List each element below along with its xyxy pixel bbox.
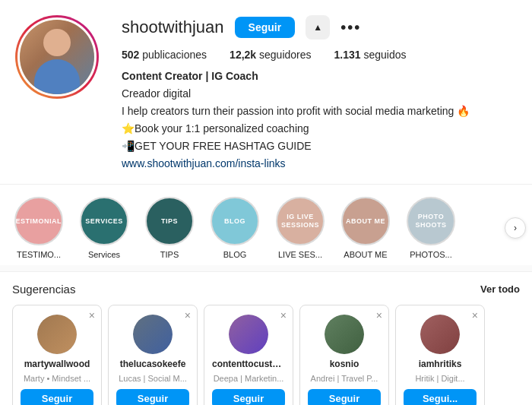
suggestion-desc-0: Marty • Mindset ...: [21, 374, 93, 383]
suggestions-title: Sugerencias: [12, 283, 75, 296]
highlight-circle-3: BLOG: [211, 197, 259, 245]
profile-info: shootwithjuan Seguir ▲ ••• 502 publicaci…: [122, 15, 517, 172]
highlight-item-1[interactable]: SERVICESServices: [78, 197, 131, 259]
highlight-circle-5: ABOUT ME: [341, 197, 390, 245]
stat-seguidos-value: 1.131: [334, 49, 361, 61]
suggestion-username-4: iamhritiks: [404, 359, 477, 369]
suggestion-card-2: ×contenttocusto...Deepa | Marketin...Seg…: [204, 305, 293, 405]
avatar-placeholder: [20, 20, 94, 94]
suggestion-card-1: ×thelucasokeefeLucas | Social M...Seguir: [108, 305, 198, 405]
chevron-up-button[interactable]: ▲: [306, 15, 330, 40]
avatar-wrapper: [15, 15, 99, 99]
suggestions-list: ×martywallwoodMarty • Mindset ...Seguir×…: [12, 305, 520, 405]
highlight-circle-1: SERVICES: [80, 197, 128, 245]
card-close-0[interactable]: ×: [89, 310, 95, 321]
bio-line-2: Creador digital: [122, 86, 517, 102]
highlights-next-button[interactable]: ›: [505, 217, 526, 239]
highlight-item-4[interactable]: IG LIVE SESSIONSLIVE SES...: [274, 197, 327, 259]
suggestions-section: Sugerencias Ver todo ×martywallwoodMarty…: [0, 271, 532, 405]
highlight-item-6[interactable]: PHOTO SHOOTSPHOTOS...: [404, 197, 458, 259]
suggestion-username-0: martywallwood: [21, 359, 93, 369]
suggestion-card-0: ×martywallwoodMarty • Mindset ...Seguir: [12, 305, 102, 405]
highlight-item-3[interactable]: BLOGBLOG: [208, 197, 261, 259]
suggestion-username-2: contenttocusto...: [212, 359, 285, 369]
suggestion-desc-4: Hritik | Digit...: [404, 374, 477, 383]
avatar-head: [43, 29, 71, 56]
bio-line-4: ⭐Book your 1:1 personalized coaching: [122, 121, 517, 137]
highlight-label-3: BLOG: [223, 250, 247, 259]
stats-row: 502 publicaciones 12,2k seguidores 1.131…: [122, 49, 517, 61]
profile-section: shootwithjuan Seguir ▲ ••• 502 publicaci…: [0, 0, 532, 184]
suggestion-avatar-1: [133, 315, 173, 354]
stat-publications: 502 publicaciones: [122, 49, 207, 61]
suggestion-desc-2: Deepa | Marketin...: [212, 374, 285, 383]
stat-seguidores-label: seguidores: [259, 49, 312, 61]
suggestion-username-3: kosnio: [308, 359, 381, 369]
suggestions-header: Sugerencias Ver todo: [12, 283, 520, 296]
stat-seguidos-label: seguidos: [363, 49, 406, 61]
highlight-label-5: ABOUT ME: [344, 250, 387, 259]
highlight-circle-6: PHOTO SHOOTS: [407, 197, 455, 245]
bio-line-1: Content Creator | IG Coach: [122, 68, 517, 84]
username: shootwithjuan: [122, 17, 224, 37]
highlight-label-0: TESTIMO...: [17, 250, 61, 259]
stat-publications-value: 502: [122, 49, 139, 61]
highlight-label-4: LIVE SES...: [278, 250, 322, 259]
highlight-label-1: Services: [88, 250, 120, 259]
follow-button[interactable]: Seguir: [235, 17, 296, 38]
stat-seguidores: 12,2k seguidores: [230, 49, 311, 61]
highlight-circle-0: TESTIMONIALS: [14, 197, 63, 245]
card-close-2[interactable]: ×: [280, 310, 287, 321]
bio-link[interactable]: www.shootwithjuan.com/insta-links: [122, 157, 286, 169]
ver-todo-link[interactable]: Ver todo: [480, 283, 520, 295]
highlight-label-2: TIPS: [160, 250, 179, 259]
bio: Content Creator | IG Coach Creador digit…: [122, 68, 517, 172]
avatar-body: [34, 59, 80, 94]
card-close-4[interactable]: ×: [472, 310, 478, 321]
suggestion-card-4: ×iamhritiksHritik | Digit...Segui...: [395, 305, 485, 405]
suggestion-follow-button-2[interactable]: Seguir: [212, 389, 285, 405]
avatar: [17, 17, 97, 97]
bio-line-5: 📲GET YOUR FREE HASHTAG GUIDE: [122, 138, 517, 154]
stat-publications-label: publicaciones: [142, 49, 207, 61]
suggestion-follow-button-4[interactable]: Segui...: [404, 389, 477, 405]
highlight-label-6: PHOTOS...: [410, 250, 451, 259]
stat-seguidos: 1.131 seguidos: [334, 49, 407, 61]
highlights-section: TESTIMONIALSTESTIMO...SERVICESServicesTI…: [0, 184, 532, 265]
suggestion-desc-1: Lucas | Social M...: [116, 374, 189, 383]
suggestion-follow-button-1[interactable]: Seguir: [116, 389, 189, 405]
suggestion-follow-button-0[interactable]: Seguir: [21, 389, 93, 405]
suggestion-username-1: thelucasokeefe: [116, 359, 189, 369]
suggestion-avatar-0: [37, 315, 77, 354]
bio-line-3: I help creators turn their passion into …: [122, 103, 517, 119]
stat-seguidores-value: 12,2k: [230, 49, 256, 61]
suggestion-card-3: ×kosnioAndrei | Travel P...Seguir: [299, 305, 389, 405]
suggestion-avatar-4: [420, 315, 460, 354]
highlight-circle-2: TIPS: [145, 197, 194, 245]
highlight-circle-4: IG LIVE SESSIONS: [276, 197, 325, 245]
more-options-button[interactable]: •••: [340, 19, 361, 36]
profile-header-row: shootwithjuan Seguir ▲ •••: [122, 15, 517, 40]
suggestion-avatar-2: [229, 315, 268, 354]
card-close-3[interactable]: ×: [376, 310, 382, 321]
highlight-item-5[interactable]: ABOUT MEABOUT ME: [339, 197, 392, 259]
card-close-1[interactable]: ×: [185, 310, 191, 321]
highlights-scroll: TESTIMONIALSTESTIMO...SERVICESServicesTI…: [12, 197, 505, 259]
highlight-item-2[interactable]: TIPSTIPS: [143, 197, 196, 259]
highlight-item-0[interactable]: TESTIMONIALSTESTIMO...: [12, 197, 65, 259]
suggestion-avatar-3: [325, 315, 364, 354]
suggestion-follow-button-3[interactable]: Seguir: [308, 389, 381, 405]
suggestion-desc-3: Andrei | Travel P...: [308, 374, 381, 383]
